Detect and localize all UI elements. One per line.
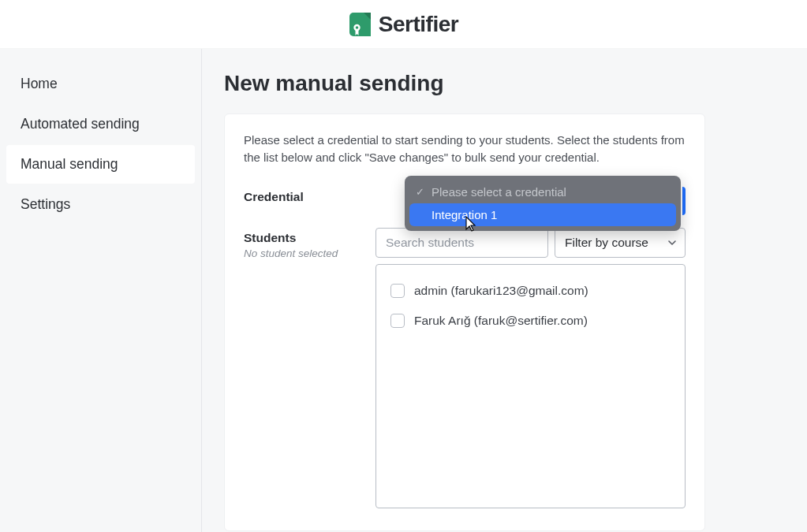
header: Sertifier bbox=[0, 0, 807, 49]
form-card: Please select a credential to start send… bbox=[224, 113, 705, 531]
students-controls: Filter by course bbox=[375, 228, 686, 258]
sidebar-item-automated-sending[interactable]: Automated sending bbox=[6, 105, 195, 143]
student-display: Faruk Arığ (faruk@sertifier.com) bbox=[414, 314, 588, 328]
credential-dropdown[interactable]: ✓ Please select a credential ✓ Integrati… bbox=[405, 176, 681, 231]
sidebar: Home Automated sending Manual sending Se… bbox=[0, 49, 202, 532]
sidebar-nav: Home Automated sending Manual sending Se… bbox=[6, 65, 195, 224]
brand-mark-icon bbox=[349, 11, 371, 38]
credential-option-label: Integration 1 bbox=[432, 208, 497, 221]
credential-option-placeholder[interactable]: ✓ Please select a credential bbox=[409, 180, 676, 203]
filter-by-course-label: Filter by course bbox=[565, 236, 648, 250]
credential-option-integration-1[interactable]: ✓ Integration 1 bbox=[409, 203, 676, 226]
page-title: New manual sending bbox=[224, 71, 785, 96]
student-row[interactable]: Faruk Arığ (faruk@sertifier.com) bbox=[389, 306, 672, 336]
credential-option-placeholder-label: Please select a credential bbox=[432, 185, 566, 199]
brand-logo: Sertifier bbox=[349, 11, 458, 38]
credential-row: Credential ✓ Please select a credential … bbox=[244, 187, 686, 204]
sidebar-item-manual-sending[interactable]: Manual sending bbox=[6, 145, 195, 184]
students-label: Students bbox=[244, 231, 375, 245]
student-display: admin (farukari123@gmail.com) bbox=[414, 284, 588, 298]
students-label-col: Students No student selected bbox=[244, 228, 375, 259]
main-content: New manual sending Please select a crede… bbox=[202, 49, 807, 532]
svg-point-1 bbox=[356, 26, 359, 29]
search-students-input[interactable] bbox=[375, 228, 548, 258]
brand-name: Sertifier bbox=[379, 12, 458, 37]
check-icon: ✓ bbox=[414, 186, 425, 198]
students-list: admin (farukari123@gmail.com) Faruk Arığ… bbox=[375, 264, 686, 508]
students-control-col: Filter by course admin (farukari123@gmai… bbox=[375, 228, 686, 508]
students-row: Students No student selected Filter by c… bbox=[244, 228, 686, 508]
credential-label: Credential bbox=[244, 190, 413, 204]
app-body: Home Automated sending Manual sending Se… bbox=[0, 49, 807, 532]
sidebar-item-home[interactable]: Home bbox=[6, 65, 195, 103]
credential-select-edge bbox=[682, 187, 686, 215]
students-sublabel: No student selected bbox=[244, 247, 375, 259]
credential-label-col: Credential bbox=[244, 187, 413, 204]
chevron-down-icon bbox=[667, 238, 677, 247]
student-checkbox[interactable] bbox=[390, 284, 405, 298]
sidebar-item-settings[interactable]: Settings bbox=[6, 185, 195, 224]
instructions-text: Please select a credential to start send… bbox=[244, 132, 686, 166]
student-checkbox[interactable] bbox=[390, 314, 405, 328]
filter-by-course-select[interactable]: Filter by course bbox=[555, 228, 686, 258]
student-row[interactable]: admin (farukari123@gmail.com) bbox=[389, 276, 672, 306]
